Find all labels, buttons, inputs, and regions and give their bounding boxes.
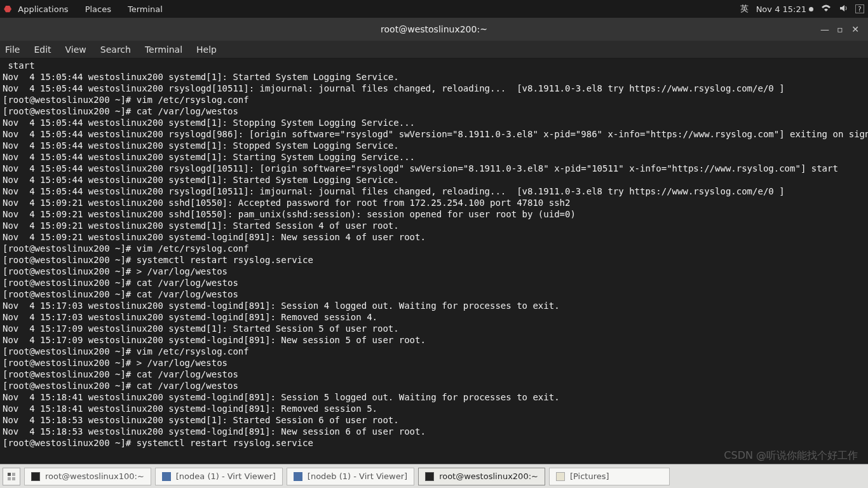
- taskbar-item-1[interactable]: [nodea (1) - Virt Viewer]: [155, 468, 283, 485]
- clock-label[interactable]: Nov 4 15:21: [756, 4, 806, 14]
- window-titlebar[interactable]: root@westoslinux200:~ — ▫ ✕: [0, 18, 868, 41]
- applications-menu[interactable]: Applications: [18, 4, 68, 14]
- viewer-icon: [162, 472, 171, 481]
- taskbar-item-3[interactable]: root@westoslinux200:~: [418, 468, 545, 485]
- svg-rect-0: [8, 473, 11, 476]
- help-icon[interactable]: ?: [855, 4, 864, 13]
- volume-icon[interactable]: [839, 4, 848, 15]
- redhat-logo-icon: ⬣: [4, 4, 11, 14]
- minimize-button[interactable]: —: [817, 22, 832, 37]
- pic-icon: [556, 472, 565, 481]
- taskbar-item-label: [nodea (1) - Virt Viewer]: [176, 471, 276, 481]
- taskbar-item-label: root@westoslinux100:~: [45, 471, 144, 481]
- terminal-menubar: File Edit View Search Terminal Help: [0, 41, 868, 58]
- menu-view[interactable]: View: [65, 44, 86, 55]
- svg-rect-3: [12, 477, 15, 480]
- menu-edit[interactable]: Edit: [34, 44, 51, 55]
- window-title: root@westoslinux200:~: [381, 24, 487, 34]
- terminal-content[interactable]: start Nov 4 15:05:44 westoslinux200 syst…: [0, 58, 868, 464]
- svg-rect-1: [12, 473, 15, 476]
- taskbar: root@westoslinux100:~[nodea (1) - Virt V…: [0, 464, 868, 488]
- term-icon: [31, 472, 40, 481]
- workspace-switcher-icon[interactable]: [3, 468, 20, 485]
- menu-search[interactable]: Search: [100, 44, 131, 55]
- close-button[interactable]: ✕: [848, 22, 863, 37]
- taskbar-item-label: [Pictures]: [570, 471, 609, 481]
- menu-terminal[interactable]: Terminal: [145, 44, 182, 55]
- taskbar-item-2[interactable]: [nodeb (1) - Virt Viewer]: [287, 468, 414, 485]
- status-dot-icon: [809, 7, 813, 11]
- taskbar-item-label: [nodeb (1) - Virt Viewer]: [308, 471, 407, 481]
- terminal-menu[interactable]: Terminal: [128, 4, 163, 14]
- taskbar-item-label: root@westoslinux200:~: [439, 471, 538, 481]
- viewer-icon: [294, 472, 302, 481]
- ime-indicator[interactable]: 英: [740, 3, 749, 15]
- places-menu[interactable]: Places: [85, 4, 111, 14]
- menu-file[interactable]: File: [5, 44, 20, 55]
- maximize-button[interactable]: ▫: [832, 22, 848, 37]
- gnome-topbar: ⬣ Applications Places Terminal 英 Nov 4 1…: [0, 0, 868, 18]
- term-icon: [425, 472, 434, 481]
- wifi-icon[interactable]: [821, 4, 831, 14]
- svg-rect-2: [8, 477, 11, 480]
- terminal-window: root@westoslinux200:~ — ▫ ✕ File Edit Vi…: [0, 18, 868, 464]
- menu-help[interactable]: Help: [196, 44, 217, 55]
- taskbar-item-0[interactable]: root@westoslinux100:~: [24, 468, 151, 485]
- taskbar-item-4[interactable]: [Pictures]: [549, 468, 670, 485]
